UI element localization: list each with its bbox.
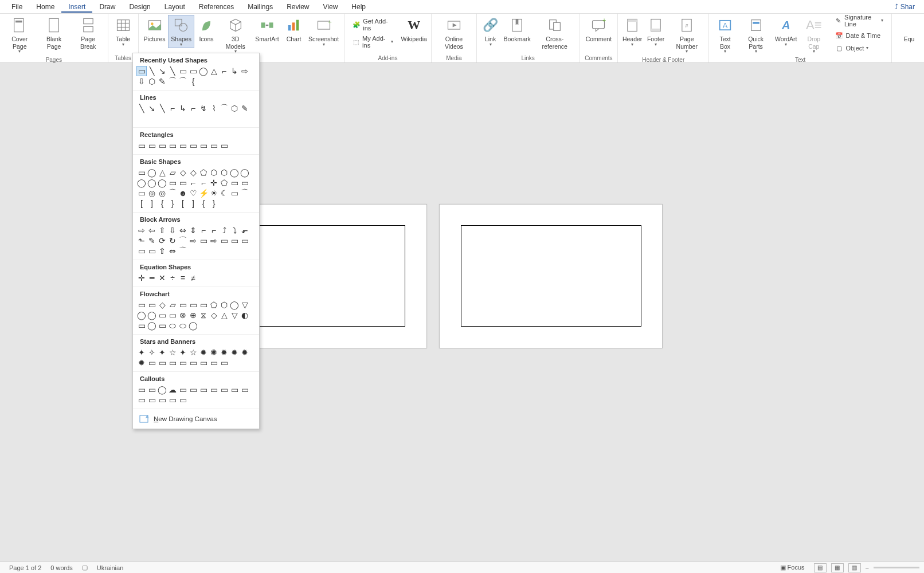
icons-button[interactable]: Icons bbox=[194, 15, 218, 44]
shape-item[interactable]: ⌐ bbox=[219, 66, 229, 76]
shape-item[interactable]: ⬡ bbox=[209, 167, 219, 178]
shape-item[interactable]: ⇔ bbox=[178, 225, 188, 236]
shape-item[interactable]: [ bbox=[178, 198, 188, 209]
shape-item[interactable]: ✎ bbox=[157, 76, 167, 87]
shape-item[interactable]: ▭ bbox=[147, 300, 157, 310]
shape-item[interactable]: ✺ bbox=[209, 347, 219, 358]
shape-item[interactable]: ╲ bbox=[157, 103, 167, 113]
3d-models-button[interactable]: 3D Models ▾ bbox=[218, 15, 252, 56]
comment-button[interactable]: + Comment bbox=[582, 15, 616, 44]
read-mode-button[interactable]: ▤ bbox=[814, 563, 827, 572]
shape-item[interactable]: ⌐ bbox=[198, 225, 209, 236]
shape-item[interactable]: ⌒ bbox=[167, 188, 178, 198]
text-box-button[interactable]: A Text Box ▾ bbox=[711, 15, 738, 56]
shape-item[interactable]: ⟳ bbox=[157, 236, 167, 246]
shape-item[interactable]: ⌐ bbox=[198, 178, 209, 188]
quick-parts-button[interactable]: Quick Parts ▾ bbox=[739, 15, 773, 56]
focus-mode[interactable]: ▣ Focus bbox=[776, 564, 809, 571]
shape-item[interactable]: ╲ bbox=[147, 66, 157, 76]
shape-item[interactable]: ↻ bbox=[167, 236, 178, 246]
shape-item[interactable]: ▭ bbox=[136, 167, 147, 178]
shape-item[interactable]: ▭ bbox=[157, 395, 167, 405]
shape-item[interactable]: ☾ bbox=[219, 188, 229, 198]
language-status[interactable]: Ukrainian bbox=[92, 564, 128, 571]
shape-item[interactable]: ◇ bbox=[157, 300, 167, 310]
shape-item[interactable]: ☆ bbox=[167, 347, 178, 358]
tab-design[interactable]: Design bbox=[122, 1, 157, 13]
shape-item[interactable]: ▭ bbox=[219, 358, 229, 368]
shape-item[interactable]: ▭ bbox=[178, 178, 188, 188]
tab-file[interactable]: File bbox=[5, 1, 29, 13]
cross-reference-button[interactable]: Cross-reference bbox=[533, 15, 577, 51]
shape-item[interactable]: ↳ bbox=[229, 66, 240, 76]
shape-item[interactable]: ◯ bbox=[240, 167, 250, 178]
page-break-button[interactable]: Page Break bbox=[71, 15, 105, 51]
shape-item[interactable]: ◯ bbox=[136, 310, 147, 320]
shape-item[interactable]: ⬡ bbox=[147, 76, 157, 87]
shape-item[interactable]: ◇ bbox=[188, 167, 198, 178]
shape-item[interactable]: ◯ bbox=[198, 66, 209, 76]
shape-item[interactable]: ⌇ bbox=[209, 103, 219, 113]
shape-item[interactable]: ▭ bbox=[136, 66, 147, 76]
shape-item[interactable]: ⇨ bbox=[209, 236, 219, 246]
shape-item[interactable]: ▭ bbox=[167, 395, 178, 405]
print-layout-button[interactable]: ▦ bbox=[831, 563, 844, 572]
shape-item[interactable]: ◯ bbox=[147, 178, 157, 188]
shape-item[interactable]: ⌐ bbox=[167, 103, 178, 113]
shape-item[interactable]: ▭ bbox=[178, 358, 188, 368]
shape-item[interactable]: ⬡ bbox=[219, 167, 229, 178]
shape-item[interactable]: ✹ bbox=[240, 347, 250, 358]
shape-item[interactable]: ◯ bbox=[147, 167, 157, 178]
shape-item[interactable]: ▭ bbox=[147, 395, 157, 405]
shape-item[interactable]: ╲ bbox=[167, 66, 178, 76]
object-button[interactable]: ▢ Object ▾ bbox=[831, 42, 887, 54]
shape-item[interactable]: ▭ bbox=[188, 66, 198, 76]
shape-item[interactable]: ⌐ bbox=[188, 103, 198, 113]
shape-item[interactable]: ↘ bbox=[157, 66, 167, 76]
shape-item[interactable]: ◇ bbox=[209, 310, 219, 320]
shape-item[interactable]: ▭ bbox=[147, 140, 157, 151]
shape-item[interactable]: ◯ bbox=[157, 178, 167, 188]
shape-item[interactable]: ✎ bbox=[240, 103, 250, 113]
shape-item[interactable]: ✹ bbox=[219, 347, 229, 358]
shape-item[interactable]: ⇕ bbox=[188, 225, 198, 236]
shape-item[interactable]: ▭ bbox=[198, 358, 209, 368]
shape-item[interactable]: ✛ bbox=[209, 178, 219, 188]
chart-button[interactable]: Chart bbox=[281, 15, 306, 44]
link-button[interactable]: 🔗 Link ▾ bbox=[479, 15, 502, 48]
shape-item[interactable]: ▭ bbox=[229, 384, 240, 395]
wikipedia-button[interactable]: W Wikipedia bbox=[399, 15, 429, 44]
shape-item[interactable]: { bbox=[198, 198, 209, 209]
screenshot-button[interactable]: + Screenshot ▾ bbox=[306, 15, 342, 48]
shape-item[interactable]: ↯ bbox=[198, 103, 209, 113]
shape-item[interactable]: ⌒ bbox=[178, 236, 188, 246]
shape-item[interactable]: ◯ bbox=[147, 310, 157, 320]
shape-item[interactable]: ✦ bbox=[136, 347, 147, 358]
shape-item[interactable]: ♡ bbox=[188, 188, 198, 198]
smartart-button[interactable]: SmartArt bbox=[252, 15, 281, 44]
shape-item[interactable]: ☻ bbox=[178, 188, 188, 198]
shape-item[interactable]: ▭ bbox=[209, 358, 219, 368]
shape-item[interactable]: ▭ bbox=[136, 384, 147, 395]
shape-item[interactable]: ▭ bbox=[188, 300, 198, 310]
shape-item[interactable]: ▭ bbox=[198, 300, 209, 310]
shape-item[interactable]: ◯ bbox=[188, 320, 198, 331]
shape-item[interactable]: ✕ bbox=[157, 273, 167, 283]
shape-item[interactable]: ▭ bbox=[188, 140, 198, 151]
shape-item[interactable]: ▭ bbox=[240, 178, 250, 188]
shape-item[interactable]: ↳ bbox=[178, 103, 188, 113]
shape-item[interactable]: ▭ bbox=[136, 300, 147, 310]
shape-item[interactable]: ▭ bbox=[167, 140, 178, 151]
shape-item[interactable]: ⇦ bbox=[147, 225, 157, 236]
get-addins-button[interactable]: 🧩 Get Add-ins bbox=[349, 17, 397, 33]
shape-item[interactable]: ⌒ bbox=[219, 103, 229, 113]
shape-item[interactable]: ⤴ bbox=[219, 225, 229, 236]
shape-item[interactable]: ▭ bbox=[229, 236, 240, 246]
tab-review[interactable]: Review bbox=[280, 1, 316, 13]
shape-item[interactable]: ━ bbox=[147, 273, 157, 283]
tab-draw[interactable]: Draw bbox=[92, 1, 122, 13]
shape-item[interactable]: ⇩ bbox=[167, 225, 178, 236]
share-button[interactable]: ⤴ Shar bbox=[895, 3, 919, 11]
shape-item[interactable]: △ bbox=[157, 167, 167, 178]
shape-item[interactable]: ▭ bbox=[136, 246, 147, 256]
